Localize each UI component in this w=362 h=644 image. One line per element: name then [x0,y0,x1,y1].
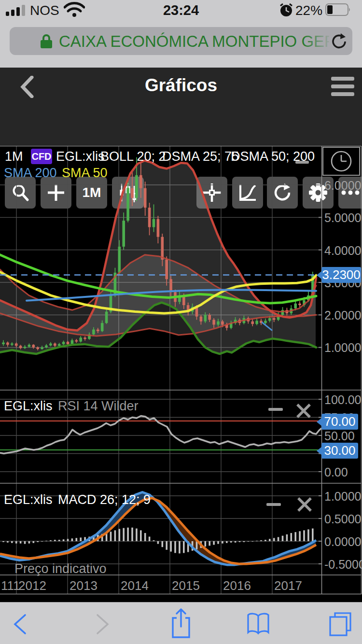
rsi-tick: 50.00 [324,429,355,443]
rsi-tick: 0.00 [324,465,348,479]
clock-icon [323,148,359,175]
cfd-badge: CFD [31,149,52,164]
macd-tick: 0.0000 [324,535,361,549]
price-tick: 5.0000 [324,211,361,225]
browser-forward-icon[interactable] [96,614,110,635]
legend-sma200: SMA 200 [4,166,57,181]
close-rsi-icon[interactable] [295,403,312,419]
macd-tick: 1.0000 [324,490,361,504]
macd-symbol: EGL:xlis [4,492,53,507]
x-axis-year: 111 [1,578,20,593]
x-axis-year: 2016 [223,578,251,593]
x-axis-year: 2013 [70,578,97,593]
indicative-price-note: Preço indicativo [14,561,107,576]
collapse-rsi-icon[interactable] [268,408,283,411]
price-tick: 4.0000 [324,244,361,258]
rsi-oversold-tag: 30.00 [321,443,358,459]
price-tick: 1.0000 [324,341,361,355]
legend-boll: BOLL 20; 2 [100,149,166,164]
price-tick: 6.0000 [324,179,361,193]
browser-back-icon[interactable] [13,614,27,635]
macd-indicator-name: MACD 26; 12; 9 [58,492,151,507]
collapse-macd-icon[interactable] [266,503,281,506]
share-icon[interactable] [170,607,192,639]
collapse-main-icon[interactable] [295,161,309,164]
rsi-overbought-tag: 70.00 [321,414,358,430]
x-axis-year: 2015 [172,578,200,593]
chart-canvas[interactable] [0,0,362,644]
macd-tick: 0.5000 [324,512,361,526]
legend-dsma1: DSMA 25; 75 [162,149,239,164]
browser-toolbar [0,602,362,644]
close-macd-icon[interactable] [296,496,313,513]
legend-sma50: SMA 50 [62,166,108,181]
x-axis-year: 2012 [18,578,46,593]
tabs-icon[interactable] [328,611,352,637]
x-axis-year: 2017 [274,578,302,593]
time-settings-button[interactable] [322,147,360,176]
rsi-indicator-name: RSI 14 Wilder [58,399,139,414]
phone-screen: NOS 23:24 22% CAI [0,0,362,644]
price-tick: 2.0000 [324,308,361,322]
legend-interval: 1M [5,149,23,164]
bookmarks-icon[interactable] [245,612,271,636]
legend-symbol: EGL:xlis [56,149,105,164]
rsi-tick: 100.00 [324,393,361,407]
x-axis-year: 2014 [121,578,149,593]
last-price-tag: 3.2300 [321,267,361,283]
macd-tick: -0.5000 [324,558,362,572]
rsi-symbol: EGL:xlis [4,399,53,414]
